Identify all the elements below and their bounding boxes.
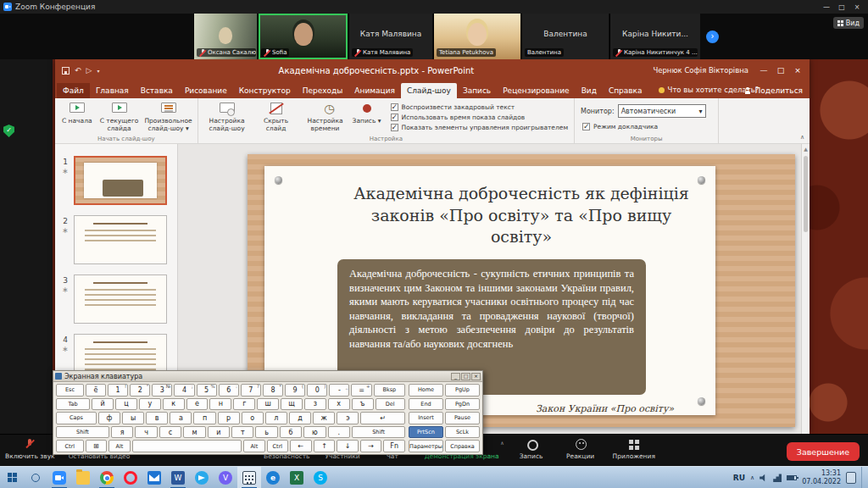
key-shift-right[interactable]: Shift: [352, 426, 405, 439]
custom-slideshow-button[interactable]: Произвольное слайд-шоу ▾: [144, 100, 193, 133]
key-в[interactable]: в: [146, 412, 168, 424]
search-button[interactable]: [24, 467, 47, 488]
excel-icon[interactable]: X: [285, 467, 309, 488]
key-я[interactable]: я: [111, 426, 133, 439]
key-esc[interactable]: Esc: [56, 384, 84, 396]
slide-thumbnail[interactable]: [74, 215, 167, 264]
apps-button[interactable]: Приложения: [613, 438, 655, 460]
key-г[interactable]: г: [233, 398, 255, 411]
ribbon-checkbox[interactable]: Использовать время показа слайдов: [391, 114, 569, 121]
ribbon-tab[interactable]: Рецензирование: [497, 83, 575, 98]
account-name[interactable]: Чернюк Софія Вікторівна: [653, 66, 748, 75]
word-icon[interactable]: W: [166, 467, 190, 488]
end-meeting-button[interactable]: Завершение: [787, 442, 860, 461]
show-desktop-button[interactable]: [861, 467, 865, 488]
from-beginning-button[interactable]: С начала: [59, 100, 95, 125]
key-к[interactable]: к: [163, 398, 185, 411]
key-ь[interactable]: ь: [255, 426, 277, 439]
key-alt-right[interactable]: Alt: [243, 440, 265, 452]
ppt-minimize-button[interactable]: —: [755, 62, 772, 79]
hidden-icons-chevron[interactable]: ∧: [750, 474, 754, 481]
key-down-arrow[interactable]: ↓: [337, 440, 359, 452]
key-.[interactable]: .: [328, 426, 350, 439]
ribbon-tab[interactable]: Файл: [57, 83, 90, 98]
monitor-select[interactable]: Автоматически ▾: [618, 104, 706, 118]
scrollbar-thumb[interactable]: [804, 156, 808, 232]
key-у[interactable]: у: [139, 398, 161, 411]
ribbon-tab[interactable]: Справка: [603, 83, 648, 98]
key-ш[interactable]: ш: [257, 398, 279, 411]
rehearse-timings-button[interactable]: ◷Настройка времени: [301, 100, 350, 133]
key-capslock[interactable]: Caps: [56, 412, 97, 424]
mute-button[interactable]: ∧Включить звук: [5, 438, 55, 460]
key-б[interactable]: б: [280, 426, 302, 439]
key-7[interactable]: ?7: [241, 384, 261, 396]
osk-maximize-button[interactable]: □: [461, 373, 470, 380]
osk-minimize-button[interactable]: _: [451, 373, 460, 380]
explorer-icon[interactable]: [71, 467, 95, 488]
opera-icon[interactable]: [119, 467, 142, 488]
key-fn[interactable]: Fn: [383, 440, 405, 452]
minimize-button[interactable]: —: [819, 2, 834, 12]
participant-tile[interactable]: Tetiana Petukhova: [433, 14, 520, 59]
volume-icon[interactable]: [760, 474, 768, 482]
key-ю[interactable]: ю: [303, 426, 326, 439]
key-right-arrow[interactable]: →: [360, 440, 382, 452]
key-з[interactable]: з: [304, 398, 326, 411]
zoom-icon[interactable]: [47, 467, 71, 488]
hide-slide-button[interactable]: Скрыть слайд: [252, 100, 301, 133]
key-ы[interactable]: ы: [122, 412, 144, 424]
key-ц[interactable]: ц: [115, 398, 137, 411]
ribbon-tab[interactable]: Конструктор: [233, 83, 297, 98]
viber-icon[interactable]: V: [214, 467, 237, 488]
key-up-arrow[interactable]: ↑: [314, 440, 336, 452]
key-left-arrow[interactable]: ←: [290, 440, 312, 452]
key-8[interactable]: *8: [263, 384, 283, 396]
key-е[interactable]: е: [186, 398, 209, 411]
ribbon-tab[interactable]: Главная: [90, 83, 135, 98]
key-=[interactable]: +=: [351, 384, 371, 396]
share-button[interactable]: Поделиться: [743, 86, 803, 95]
key-0[interactable]: )0: [307, 384, 327, 396]
key-х[interactable]: х: [328, 398, 350, 411]
chrome-icon[interactable]: [95, 467, 119, 488]
network-icon[interactable]: [773, 474, 782, 482]
ribbon-checkbox[interactable]: Показать элементы управления проигрывате…: [391, 124, 569, 131]
key-н[interactable]: н: [209, 398, 231, 411]
reactions-button[interactable]: Реакции: [564, 438, 598, 460]
osk-close-button[interactable]: ×: [471, 373, 481, 380]
ribbon-tab[interactable]: Вид: [576, 83, 603, 98]
ppt-close-button[interactable]: ×: [789, 62, 806, 79]
setup-slideshow-button[interactable]: Настройка слайд-шоу: [203, 100, 252, 133]
from-current-slide-button[interactable]: С текущего слайда: [95, 100, 144, 133]
key-pgup[interactable]: PgUp: [445, 384, 480, 396]
edge-icon[interactable]: e: [261, 467, 285, 488]
participant-tile[interactable]: ВалентинаВалентина: [521, 14, 609, 59]
key-щ[interactable]: щ: [281, 398, 303, 411]
key-2[interactable]: "2: [130, 384, 150, 396]
participant-tile[interactable]: Оксана Сакалюк, доцен...: [193, 14, 257, 59]
maximize-button[interactable]: □: [834, 2, 849, 12]
key-backspace[interactable]: Bksp: [374, 384, 405, 396]
ribbon-checkbox[interactable]: Воспроизвести закадровый текст: [391, 103, 569, 111]
key-1[interactable]: !1: [108, 384, 128, 396]
key-о[interactable]: о: [242, 412, 264, 424]
key-с[interactable]: с: [159, 426, 181, 439]
language-indicator[interactable]: RU: [733, 474, 745, 482]
ribbon-tab[interactable]: Рисование: [179, 83, 233, 98]
ribbon-tab[interactable]: Слайд-шоу: [401, 83, 457, 98]
key-win[interactable]: ⊞: [86, 440, 108, 452]
taskbar-clock[interactable]: 13:31 07.04.2022: [802, 469, 841, 486]
key-ctrl-left[interactable]: Ctrl: [56, 440, 84, 452]
key-alt-left[interactable]: Alt: [108, 440, 131, 452]
view-button[interactable]: Вид: [833, 17, 864, 29]
key-sclk[interactable]: ScLk: [445, 426, 480, 439]
key-prtscn[interactable]: PrtScn: [409, 426, 443, 439]
keyboard-icon[interactable]: [237, 467, 261, 488]
next-participants-button[interactable]: ›: [706, 30, 719, 43]
key-ъ[interactable]: ъ: [352, 398, 374, 411]
key-space[interactable]: [132, 440, 242, 452]
key-9[interactable]: (9: [285, 384, 305, 396]
key-э[interactable]: э: [337, 412, 359, 424]
key-end[interactable]: End: [409, 398, 443, 411]
